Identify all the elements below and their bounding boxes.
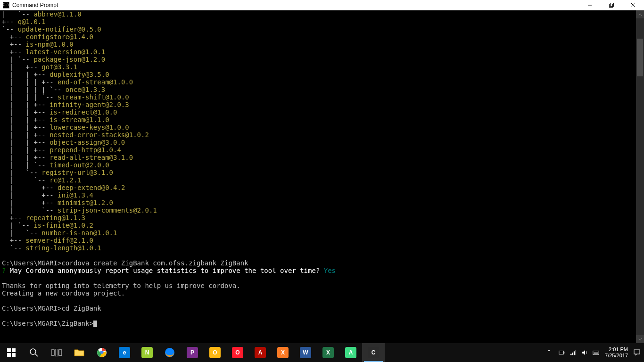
svg-rect-21 bbox=[574, 351, 575, 355]
network-icon[interactable] bbox=[570, 349, 577, 356]
taskbar-item-xampp[interactable]: X bbox=[272, 343, 294, 362]
taskbar-item-word[interactable]: W bbox=[294, 343, 317, 362]
svg-marker-23 bbox=[582, 350, 585, 355]
taskbar-item-firefox[interactable] bbox=[158, 343, 181, 362]
taskbar-item-task-view[interactable] bbox=[45, 343, 68, 362]
task-view-icon bbox=[51, 347, 62, 358]
minimize-icon bbox=[587, 3, 592, 8]
taskbar-item-notepadpp[interactable]: N bbox=[136, 343, 158, 362]
taskbar-item-opera[interactable]: O bbox=[226, 343, 249, 362]
tray-icons: ˄ bbox=[547, 349, 599, 356]
word-icon: W bbox=[300, 347, 311, 358]
acrobat-icon: A bbox=[255, 347, 266, 358]
firefox-icon bbox=[164, 347, 175, 358]
excel-icon: X bbox=[322, 347, 334, 358]
svg-rect-8 bbox=[12, 353, 16, 357]
app-icon: C:\ bbox=[3, 2, 9, 8]
titlebar[interactable]: C:\ Command Prompt bbox=[0, 0, 644, 10]
vertical-scrollbar[interactable] bbox=[636, 10, 644, 343]
desktop: C:\ Command Prompt bbox=[0, 0, 644, 362]
scroll-up-button[interactable] bbox=[636, 10, 644, 18]
taskbar-item-pidgin[interactable]: P bbox=[181, 343, 204, 362]
svg-rect-17 bbox=[559, 351, 564, 354]
action-center-button[interactable] bbox=[634, 343, 640, 362]
taskbar-item-start[interactable] bbox=[0, 343, 23, 362]
command-prompt-window: C:\ Command Prompt bbox=[0, 0, 644, 343]
taskbar-item-chrome[interactable] bbox=[91, 343, 113, 362]
svg-rect-5 bbox=[7, 348, 11, 352]
taskbar-item-search[interactable] bbox=[23, 343, 45, 362]
svg-point-9 bbox=[30, 349, 36, 354]
file-explorer-icon bbox=[74, 347, 85, 358]
svg-line-10 bbox=[35, 354, 38, 356]
svg-rect-24 bbox=[593, 351, 599, 355]
opera-icon: O bbox=[232, 347, 243, 358]
restore-icon bbox=[609, 3, 614, 8]
notification-icon bbox=[634, 349, 640, 356]
taskbar-apps: eNPOOAXWXAC bbox=[0, 343, 385, 362]
svg-rect-12 bbox=[55, 349, 58, 356]
close-icon bbox=[631, 3, 636, 8]
taskbar-item-edge[interactable]: e bbox=[113, 343, 136, 362]
window-controls bbox=[579, 0, 644, 10]
taskbar-item-android-studio[interactable]: A bbox=[339, 343, 362, 362]
svg-rect-20 bbox=[572, 353, 573, 355]
taskbar-item-cmd[interactable]: C bbox=[362, 343, 385, 362]
svg-rect-7 bbox=[7, 353, 11, 357]
svg-rect-22 bbox=[575, 350, 576, 355]
pidgin-icon: P bbox=[187, 347, 198, 358]
svg-rect-2 bbox=[610, 4, 613, 8]
tray-chevron-icon[interactable]: ˄ bbox=[547, 349, 554, 356]
edge-icon: e bbox=[119, 347, 130, 358]
taskbar-tray: ˄ 2:01 PM 7/25/2017 bbox=[544, 343, 644, 362]
outlook-icon: O bbox=[209, 347, 221, 358]
close-button[interactable] bbox=[622, 0, 644, 10]
keyboard-icon[interactable] bbox=[593, 349, 599, 356]
chrome-icon bbox=[96, 347, 107, 358]
taskbar-item-excel[interactable]: X bbox=[317, 343, 339, 362]
volume-icon[interactable] bbox=[581, 349, 588, 356]
maximize-button[interactable] bbox=[601, 0, 622, 10]
svg-rect-1 bbox=[611, 3, 614, 7]
window-title: Command Prompt bbox=[12, 2, 58, 8]
battery-icon[interactable] bbox=[559, 349, 565, 356]
scroll-thumb[interactable] bbox=[637, 39, 643, 76]
clock-date: 7/25/2017 bbox=[605, 353, 628, 359]
terminal-area: | `-- abbrev@1.1.0 +-- q@1.0.1 `-- updat… bbox=[0, 10, 644, 343]
minimize-button[interactable] bbox=[579, 0, 601, 10]
notepadpp-icon: N bbox=[141, 347, 153, 358]
search-icon bbox=[28, 347, 40, 358]
chevron-down-icon bbox=[638, 337, 642, 341]
clock-time: 2:01 PM bbox=[609, 346, 628, 353]
terminal-viewport[interactable]: | `-- abbrev@1.1.0 +-- q@1.0.1 `-- updat… bbox=[0, 10, 636, 343]
svg-rect-27 bbox=[634, 350, 640, 354]
svg-rect-13 bbox=[59, 350, 62, 355]
taskbar-item-outlook[interactable]: O bbox=[204, 343, 226, 362]
android-studio-icon: A bbox=[345, 347, 356, 358]
xampp-icon: X bbox=[277, 347, 289, 358]
taskbar: eNPOOAXWXAC ˄ 2:01 PM 7/25/2017 bbox=[0, 343, 644, 362]
svg-rect-19 bbox=[570, 354, 572, 355]
clock[interactable]: 2:01 PM 7/25/2017 bbox=[603, 346, 630, 359]
titlebar-left: C:\ Command Prompt bbox=[0, 2, 58, 8]
taskbar-item-acrobat[interactable]: A bbox=[249, 343, 272, 362]
taskbar-item-file-explorer[interactable] bbox=[68, 343, 91, 362]
start-icon bbox=[6, 347, 17, 358]
svg-rect-11 bbox=[51, 350, 54, 355]
svg-rect-18 bbox=[564, 352, 565, 354]
terminal-output: | `-- abbrev@1.1.0 +-- q@1.0.1 `-- updat… bbox=[0, 10, 636, 327]
scroll-down-button[interactable] bbox=[636, 335, 644, 343]
cmd-icon: C bbox=[368, 347, 379, 358]
chevron-up-icon bbox=[638, 13, 642, 16]
svg-rect-6 bbox=[12, 348, 16, 352]
